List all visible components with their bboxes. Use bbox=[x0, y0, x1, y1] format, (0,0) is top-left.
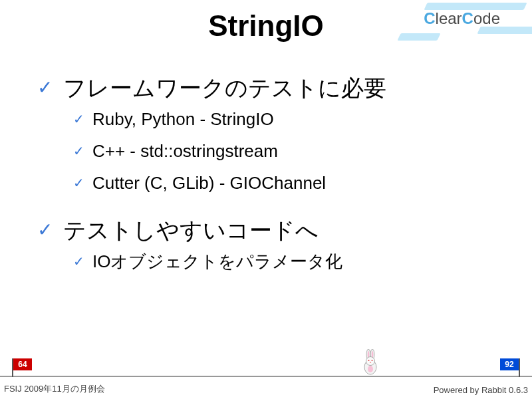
bullet-level2: ✓ C++ - std::ostringstream bbox=[73, 140, 505, 162]
bullet-group: ✓ IOオブジェクトをパラメータ化 bbox=[73, 250, 505, 273]
current-slide-number: 64 bbox=[13, 358, 32, 370]
slide-title: StringIO bbox=[0, 9, 532, 43]
bullet-level2: ✓ IOオブジェクトをパラメータ化 bbox=[73, 250, 505, 273]
progress-line bbox=[0, 376, 532, 377]
bullet-group: ✓ Ruby, Python - StringIO ✓ C++ - std::o… bbox=[73, 108, 505, 194]
svg-point-5 bbox=[366, 357, 375, 366]
check-icon: ✓ bbox=[73, 140, 84, 162]
bullet-level2: ✓ Ruby, Python - StringIO bbox=[73, 108, 505, 130]
bullet-level1: ✓ フレームワークのテストに必要 bbox=[37, 73, 505, 102]
bullet-text: Cutter (C, GLib) - GIOChannel bbox=[92, 172, 326, 194]
slide-content: ✓ フレームワークのテストに必要 ✓ Ruby, Python - String… bbox=[37, 73, 505, 282]
bullet-text: フレームワークのテストに必要 bbox=[63, 73, 386, 102]
svg-point-7 bbox=[372, 360, 373, 361]
bullet-text: IOオブジェクトをパラメータ化 bbox=[92, 250, 342, 273]
footer-right: Powered by Rabbit 0.6.3 bbox=[434, 385, 528, 395]
slide: ClearCode StringIO ✓ フレームワークのテストに必要 ✓ Ru… bbox=[0, 0, 532, 399]
check-icon: ✓ bbox=[73, 172, 84, 194]
check-icon: ✓ bbox=[73, 250, 84, 273]
rabbit-icon bbox=[359, 349, 380, 376]
svg-point-8 bbox=[370, 362, 371, 363]
footer-left: FSIJ 2009年11月の月例会 bbox=[4, 383, 105, 395]
bullet-text: Ruby, Python - StringIO bbox=[92, 108, 274, 130]
bullet-level1: ✓ テストしやすいコードへ bbox=[37, 215, 505, 245]
bullet-level2: ✓ Cutter (C, GLib) - GIOChannel bbox=[73, 172, 505, 194]
check-icon: ✓ bbox=[37, 215, 53, 245]
bullet-text: テストしやすいコードへ bbox=[63, 215, 319, 245]
bullet-text: C++ - std::ostringstream bbox=[92, 140, 278, 162]
check-icon: ✓ bbox=[37, 73, 53, 102]
svg-point-9 bbox=[368, 366, 373, 372]
total-slide-number: 92 bbox=[500, 358, 519, 370]
svg-point-6 bbox=[368, 360, 370, 361]
check-icon: ✓ bbox=[73, 108, 84, 130]
